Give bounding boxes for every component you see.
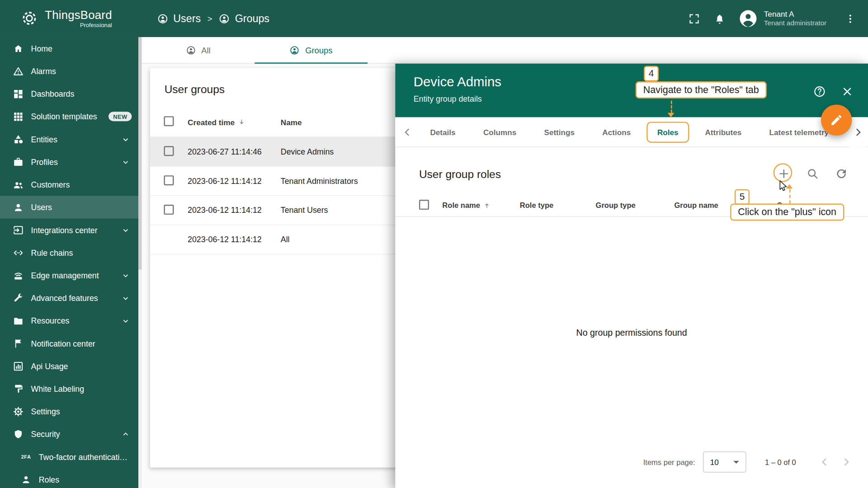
sidebar-item-integrations-center[interactable]: Integrations center <box>0 219 138 241</box>
wrench-icon <box>13 292 24 303</box>
chevron-down-icon <box>121 316 131 326</box>
sidebar-item-solution-templates[interactable]: Solution templates NEW <box>0 105 138 128</box>
sidebar-item-security[interactable]: Security <box>0 423 138 446</box>
items-per-page-label: Items per page: <box>643 458 695 466</box>
tabs-scroll-left-icon[interactable] <box>401 125 414 138</box>
sidebar-item-alarms[interactable]: Alarms <box>0 60 138 82</box>
column-group-type[interactable]: Group type <box>596 202 661 210</box>
apps-grid-icon <box>13 111 24 122</box>
previous-page-button[interactable] <box>817 455 831 469</box>
sidebar-item-notification-center[interactable]: Notification center <box>0 332 138 355</box>
next-page-button[interactable] <box>839 455 854 469</box>
tenant-name: Tenant A <box>764 9 831 19</box>
drawer-tab-attributes[interactable]: Attributes <box>693 117 753 147</box>
account-icon <box>157 13 168 24</box>
plus-icon <box>777 167 790 180</box>
sidebar-item-entities[interactable]: Entities <box>0 128 138 150</box>
user-menu[interactable]: Tenant A Tenant administrator <box>739 9 831 28</box>
sidebar-item-dashboards[interactable]: Dashboards <box>0 82 138 105</box>
chevron-down-icon <box>121 157 131 167</box>
sidebar-item-roles[interactable]: Roles <box>0 468 138 488</box>
column-role-name[interactable]: Role name <box>442 202 506 210</box>
sidebar-item-edge-management[interactable]: Edge management <box>0 264 138 286</box>
annotation-roles-tab-highlight: Roles <box>647 122 689 143</box>
sidebar-item-profiles[interactable]: Profiles <box>0 150 138 173</box>
tab-all[interactable]: All <box>142 37 255 63</box>
fullscreen-icon[interactable] <box>688 13 700 25</box>
sidebar-item-rule-chains[interactable]: Rule chains <box>0 241 138 264</box>
active-tab-indicator <box>255 62 368 63</box>
annotation-step4-arrow <box>668 113 675 117</box>
drawer-tab-roles[interactable]: Roles <box>647 117 689 147</box>
sidebar-item-home[interactable]: Home <box>0 37 138 60</box>
top-bar: ThingsBoard Professional Users > Groups … <box>0 0 868 37</box>
search-button[interactable] <box>806 167 819 180</box>
topbar-actions: Tenant A Tenant administrator <box>688 0 856 37</box>
drawer-tab-actions[interactable]: Actions <box>591 117 642 147</box>
thingsboard-logo[interactable]: ThingsBoard Professional <box>0 9 138 28</box>
breadcrumb-groups[interactable]: Groups <box>219 13 269 25</box>
tab-groups[interactable]: Groups <box>255 37 368 63</box>
annotation-step5-label: Click on the "plus" icon <box>730 204 844 221</box>
account-icon <box>186 45 196 55</box>
select-all-checkbox[interactable] <box>164 116 174 126</box>
sidebar-item-white-labeling[interactable]: White Labeling <box>0 377 138 400</box>
annotation-step4-label: Navigate to the "Roles" tab <box>636 81 767 99</box>
drawer-tab-details[interactable]: Details <box>419 117 467 147</box>
kebab-menu-icon[interactable] <box>845 13 856 25</box>
sidebar-scrollbar[interactable] <box>138 37 142 488</box>
new-badge: NEW <box>108 112 132 121</box>
pencil-icon <box>830 113 843 127</box>
close-icon[interactable] <box>841 85 854 98</box>
drawer-header: Device Admins Entity group details <box>395 64 868 117</box>
sidebar-nav: Home Alarms Dashboards Solution template… <box>0 37 138 488</box>
edge-router-icon <box>13 270 24 281</box>
add-role-button[interactable] <box>777 167 790 180</box>
app-window: ThingsBoard Professional Users > Groups … <box>0 0 868 488</box>
annotation-step5-badge: 5 <box>735 189 750 205</box>
sidebar-item-advanced-features[interactable]: Advanced features <box>0 286 138 309</box>
chevron-up-icon <box>121 429 131 439</box>
drawer-tab-columns[interactable]: Columns <box>472 117 528 147</box>
annotation-step4-connector <box>671 101 672 113</box>
rule-chains-icon <box>13 247 24 258</box>
sidebar-item-api-usage[interactable]: Api Usage <box>0 355 138 377</box>
2fa-icon: 2FA <box>20 451 31 462</box>
row-checkbox[interactable] <box>164 204 174 214</box>
tabs-scroll-right-icon <box>851 126 864 139</box>
sidebar-item-customers[interactable]: Customers <box>0 173 138 196</box>
sidebar-item-resources[interactable]: Resources <box>0 309 138 332</box>
sidebar-item-settings[interactable]: Settings <box>0 400 138 422</box>
row-checkbox[interactable] <box>164 175 174 185</box>
breadcrumb-separator: > <box>208 14 212 23</box>
mouse-cursor-icon <box>777 179 790 192</box>
account-icon <box>290 45 300 55</box>
sidebar-item-two-factor-authentication[interactable]: 2FA Two-factor authenticati… <box>0 446 138 468</box>
row-checkbox[interactable] <box>164 146 174 156</box>
integrations-input-icon <box>13 225 24 235</box>
drawer-tab-settings[interactable]: Settings <box>533 117 586 147</box>
breadcrumb: Users > Groups <box>157 13 269 25</box>
empty-state-text: No group permissions found <box>395 328 868 338</box>
annotation-step4-badge: 4 <box>644 66 659 81</box>
profiles-briefcase-icon <box>13 156 24 167</box>
entity-details-drawer: Device Admins Entity group details Detai… <box>395 64 868 488</box>
help-icon[interactable] <box>813 85 826 98</box>
chevron-down-icon <box>121 293 131 303</box>
select-all-checkbox[interactable] <box>419 200 429 210</box>
sidebar-item-users[interactable]: Users <box>0 196 138 218</box>
breadcrumb-users[interactable]: Users <box>157 13 201 25</box>
folder-icon <box>13 315 24 326</box>
sidebar-scrollbar-thumb[interactable] <box>138 37 142 269</box>
notifications-bell-icon[interactable] <box>713 13 726 25</box>
flag-icon <box>13 338 24 349</box>
column-created-time[interactable]: Created time <box>188 117 281 127</box>
shield-icon <box>13 428 24 439</box>
entities-category-icon <box>13 134 24 145</box>
items-per-page-select[interactable]: 10 <box>703 451 746 473</box>
roles-panel-title: User group roles <box>419 168 501 181</box>
refresh-button[interactable] <box>835 167 848 180</box>
edit-fab-button[interactable] <box>821 104 852 136</box>
column-role-type[interactable]: Role type <box>520 202 582 210</box>
entity-group-tabs: All Groups <box>142 37 868 64</box>
